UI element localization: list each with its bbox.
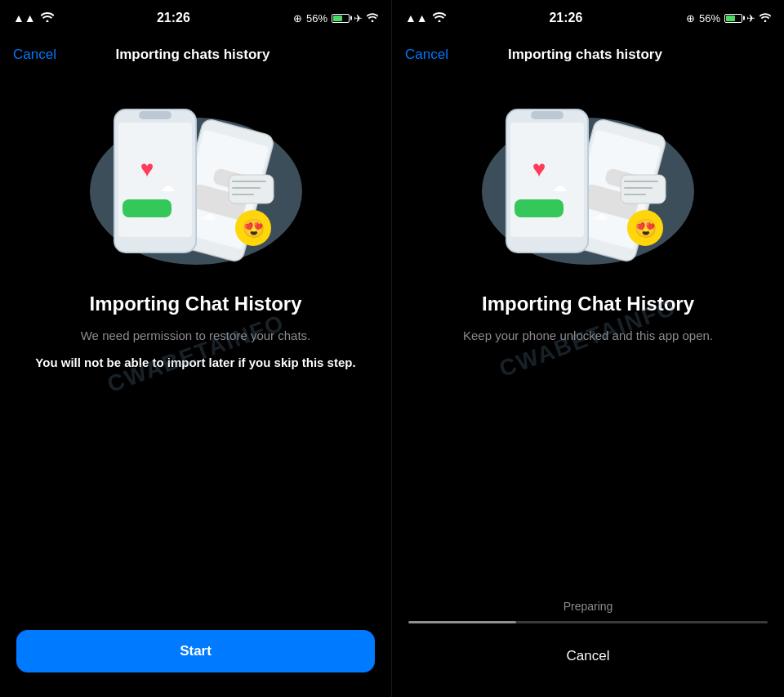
svg-text:😍: 😍 [242, 217, 265, 239]
nav-title-2: Importing chats history [508, 47, 662, 63]
svg-rect-7 [139, 111, 172, 119]
status-left-1: ▲▲ [13, 11, 54, 25]
cancel-nav-2[interactable]: Cancel [405, 47, 448, 63]
wifi-icon-2 [433, 11, 446, 25]
wifi-icon [41, 11, 54, 25]
cancel-progress-button[interactable]: Cancel [408, 640, 768, 672]
wifi-icon-right-2 [760, 12, 771, 25]
heading-2: Importing Chat History [482, 293, 694, 315]
nav-bar-2: Cancel Importing chats history [392, 36, 784, 77]
screen-2: ▲▲ 21:26 ⊕ 56% ✈ Cancel Importing ch [392, 0, 784, 697]
signal-icon-2: ▲▲ [405, 11, 428, 25]
status-right-1: ⊕ 56% ✈ [293, 12, 378, 25]
nav-bar-1: Cancel Importing chats history [0, 36, 391, 77]
svg-text:☁: ☁ [200, 205, 216, 223]
subtitle-1: We need permission to restore your chats… [81, 327, 311, 346]
location-icon: ⊕ [293, 12, 302, 25]
illustration-1: ♥ ☁ 😍 ☁ [74, 93, 318, 273]
progress-bar-container [408, 621, 768, 623]
svg-rect-33 [621, 175, 666, 203]
svg-text:☁: ☁ [160, 178, 175, 194]
svg-rect-8 [118, 123, 192, 237]
svg-rect-14 [229, 175, 274, 203]
location-icon-2: ⊕ [686, 12, 695, 25]
svg-rect-9 [122, 199, 172, 217]
svg-rect-27 [510, 123, 584, 237]
signal-icon: ▲▲ [13, 11, 36, 25]
status-left-2: ▲▲ [405, 11, 446, 25]
start-button[interactable]: Start [16, 630, 375, 672]
svg-rect-28 [514, 199, 564, 217]
airplane-icon: ✈ [354, 12, 363, 25]
subtitle-2: Keep your phone unlocked and this app op… [463, 327, 713, 346]
wifi-icon-right [367, 12, 378, 25]
progress-bar-fill [408, 621, 516, 623]
status-time-1: 21:26 [157, 11, 190, 25]
battery-percent-1: 56% [306, 12, 327, 25]
battery-icon-2 [724, 14, 742, 23]
svg-text:☁: ☁ [592, 205, 608, 223]
svg-text:♥: ♥ [140, 156, 154, 181]
battery-icon-1 [332, 14, 350, 23]
cancel-nav-1[interactable]: Cancel [13, 47, 56, 63]
battery-percent-2: 56% [699, 12, 720, 25]
airplane-icon-2: ✈ [746, 12, 755, 25]
svg-text:☁: ☁ [552, 178, 567, 194]
screen-1: ▲▲ 21:26 ⊕ 56% ✈ Cancel Importing ch [0, 0, 392, 697]
status-time-2: 21:26 [549, 11, 582, 25]
svg-text:♥: ♥ [532, 156, 546, 181]
warning-1: You will not be able to import later if … [35, 354, 355, 373]
nav-title-1: Importing chats history [116, 47, 270, 63]
content-1: ♥ ☁ 😍 ☁ Importing Chat History [0, 77, 391, 630]
preparing-label: Preparing [408, 600, 768, 613]
heading-1: Importing Chat History [89, 293, 301, 315]
illustration-2: ♥ ☁ 😍 ☁ [466, 93, 710, 273]
progress-area: Preparing Cancel [392, 600, 784, 697]
bottom-area-1: Start [0, 630, 391, 697]
content-2: ♥ ☁ 😍 ☁ Importing Chat History Keep your… [392, 77, 784, 600]
status-bar-1: ▲▲ 21:26 ⊕ 56% ✈ [0, 0, 391, 36]
status-bar-2: ▲▲ 21:26 ⊕ 56% ✈ [392, 0, 784, 36]
svg-text:😍: 😍 [635, 217, 657, 239]
status-right-2: ⊕ 56% ✈ [686, 12, 771, 25]
svg-rect-26 [531, 111, 564, 119]
